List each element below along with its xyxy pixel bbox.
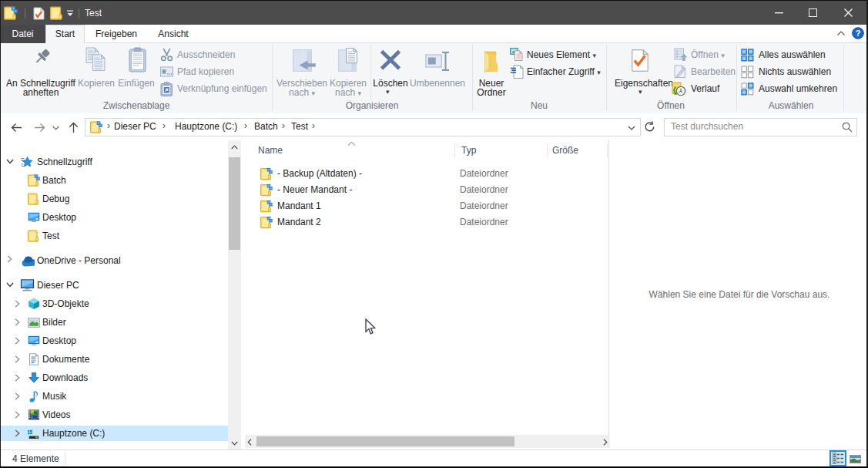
svg-text:?: ? xyxy=(856,29,861,38)
